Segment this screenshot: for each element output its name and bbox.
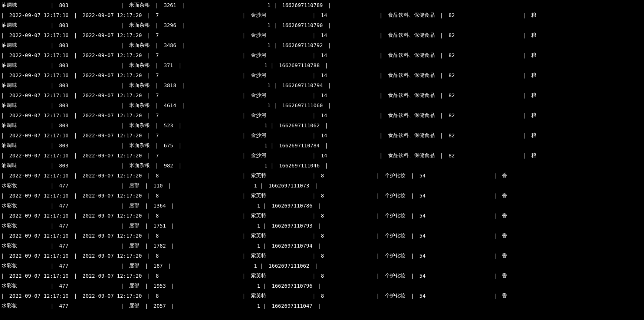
category: 油调味 bbox=[0, 122, 19, 129]
category: 油调味 bbox=[0, 162, 19, 169]
num3: 82 bbox=[444, 52, 456, 58]
table-row: 油调味 | 803 | 米面杂粮 | 3296 | 1 | 1662697110… bbox=[0, 20, 644, 30]
table-row: 油调味 | 803 | 米面杂粮 | 982 | 1 | 16626971110… bbox=[0, 160, 644, 170]
date1: 2022-09-07 12:17:10 bbox=[8, 233, 70, 239]
table-row: 油调味 | 803 | 米面杂粮 | 675 | 1 | 16626971107… bbox=[0, 140, 644, 150]
last: 香 bbox=[497, 272, 509, 279]
date2: 2022-09-07 12:17:20 bbox=[78, 133, 144, 138]
date2: 2022-09-07 12:17:20 bbox=[78, 253, 144, 259]
id: 1662697110792 bbox=[277, 42, 324, 48]
num2: 8 bbox=[316, 233, 326, 239]
num2: 14 bbox=[316, 72, 329, 78]
spacer bbox=[172, 263, 253, 269]
num1: 8 bbox=[151, 233, 160, 239]
subcategory: 唇部 bbox=[125, 262, 141, 269]
value1: 1953 bbox=[149, 283, 167, 289]
date2: 2022-09-07 12:17:20 bbox=[78, 112, 144, 118]
shop: 索芙特 bbox=[246, 293, 268, 299]
cat: 个护化妆 bbox=[380, 232, 407, 239]
num2: 14 bbox=[316, 153, 329, 159]
num3: 82 bbox=[444, 153, 456, 159]
spacer bbox=[185, 42, 267, 48]
id: 1662697110789 bbox=[277, 2, 324, 8]
cat: 食品饮料、保健食品 bbox=[383, 92, 436, 99]
category: 水彩妆 bbox=[0, 303, 19, 309]
table-row: | 2022-09-07 12:17:10 | 2022-09-07 12:17… bbox=[0, 271, 644, 281]
value1: 982 bbox=[159, 163, 175, 169]
date1: 2022-09-07 12:17:10 bbox=[8, 112, 70, 118]
id: 1662697111073 bbox=[264, 183, 311, 189]
table-row: 油调味 | 803 | 米面杂粮 | 3486 | 1 | 1662697110… bbox=[0, 40, 644, 50]
table-row: 水彩妆 | 477 | 唇部 | 1751 | 1 | 166269711079… bbox=[0, 221, 644, 231]
category: 油调味 bbox=[0, 22, 19, 29]
spacer bbox=[172, 183, 253, 189]
subcategory: 米面杂粮 bbox=[125, 62, 151, 69]
num1: 7 bbox=[151, 92, 160, 98]
date2: 2022-09-07 12:17:20 bbox=[78, 213, 144, 219]
num1: 7 bbox=[151, 112, 160, 118]
value1: 110 bbox=[149, 183, 164, 189]
code: 803 bbox=[55, 82, 70, 88]
shop: 金沙河 bbox=[246, 132, 268, 139]
date1: 2022-09-07 12:17:10 bbox=[8, 92, 70, 98]
id: 1662697111046 bbox=[275, 163, 321, 169]
shop: 金沙河 bbox=[246, 72, 268, 79]
code: 803 bbox=[55, 2, 70, 8]
category: 油调味 bbox=[0, 102, 19, 109]
num2: 14 bbox=[316, 32, 329, 38]
date1: 2022-09-07 12:17:10 bbox=[8, 253, 70, 259]
id: 1662697111047 bbox=[267, 303, 314, 309]
code: 803 bbox=[55, 163, 70, 169]
code: 803 bbox=[55, 62, 70, 68]
category: 水彩妆 bbox=[0, 182, 19, 189]
date2: 2022-09-07 12:17:20 bbox=[78, 153, 144, 159]
code: 477 bbox=[55, 223, 70, 229]
shop: 金沙河 bbox=[246, 32, 268, 39]
last: 香 bbox=[497, 212, 509, 219]
date1: 2022-09-07 12:17:10 bbox=[8, 133, 70, 138]
id: 1662697110794 bbox=[267, 243, 314, 249]
category: 水彩妆 bbox=[0, 262, 19, 269]
num2: 8 bbox=[316, 293, 326, 299]
subcategory: 唇部 bbox=[125, 202, 141, 209]
num2: 8 bbox=[316, 273, 326, 279]
shop: 索芙特 bbox=[246, 212, 268, 219]
table-row: 水彩妆 | 477 | 唇部 | 1782 | 1 | 166269711079… bbox=[0, 241, 644, 251]
value1: 1782 bbox=[149, 243, 167, 249]
date1: 2022-09-07 12:17:10 bbox=[8, 153, 70, 159]
table-row: 油调味 | 803 | 米面杂粮 | 3818 | 1 | 1662697110… bbox=[0, 80, 644, 90]
subcategory: 米面杂粮 bbox=[125, 82, 151, 89]
spacer bbox=[183, 123, 264, 128]
cat: 个护化妆 bbox=[380, 192, 407, 199]
date2: 2022-09-07 12:17:20 bbox=[78, 12, 144, 18]
last: 粮 bbox=[526, 52, 538, 59]
code: 803 bbox=[55, 22, 70, 28]
shop: 索芙特 bbox=[246, 252, 268, 259]
date1: 2022-09-07 12:17:10 bbox=[8, 72, 70, 78]
num1: 8 bbox=[151, 273, 160, 279]
spacer bbox=[175, 283, 256, 289]
spacer bbox=[185, 82, 267, 88]
subcategory: 米面杂粮 bbox=[125, 122, 151, 129]
subcategory: 米面杂粮 bbox=[125, 2, 151, 9]
num3: 54 bbox=[415, 213, 427, 219]
num2: 8 bbox=[316, 193, 326, 199]
num1: 7 bbox=[151, 72, 160, 78]
id: 1662697111062 bbox=[264, 263, 311, 269]
cat: 食品饮料、保健食品 bbox=[383, 12, 436, 19]
shop: 金沙河 bbox=[246, 52, 268, 59]
spacer bbox=[175, 223, 256, 229]
value1: 3296 bbox=[159, 22, 178, 28]
num3: 54 bbox=[415, 193, 427, 199]
num2: 14 bbox=[316, 52, 329, 58]
category: 水彩妆 bbox=[0, 283, 19, 289]
date2: 2022-09-07 12:17:20 bbox=[78, 173, 144, 179]
date2: 2022-09-07 12:17:20 bbox=[78, 193, 144, 199]
table-row: 油调味 | 803 | 米面杂粮 | 3261 | 1 | 1662697110… bbox=[0, 0, 644, 10]
last: 香 bbox=[497, 252, 509, 259]
num3: 54 bbox=[415, 273, 427, 279]
cat: 食品饮料、保健食品 bbox=[383, 112, 436, 119]
spacer bbox=[183, 62, 264, 68]
date2: 2022-09-07 12:17:20 bbox=[78, 92, 144, 98]
spacer bbox=[175, 303, 256, 309]
